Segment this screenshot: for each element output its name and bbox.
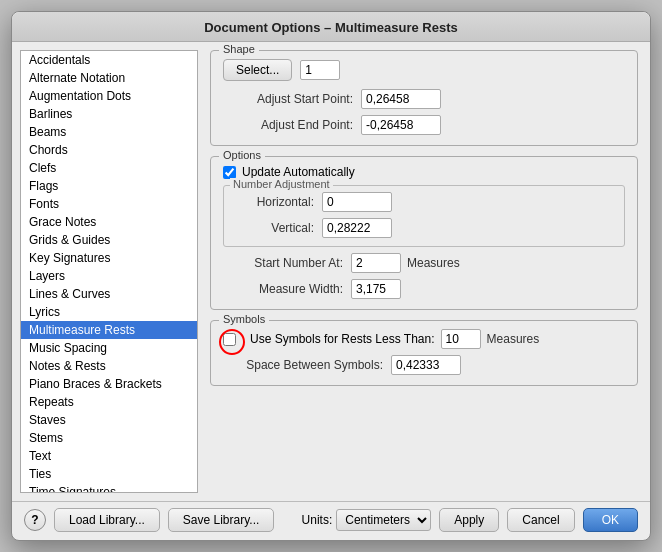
shape-top-row: Select...: [223, 59, 625, 81]
sidebar-item-alternate-notation[interactable]: Alternate Notation: [21, 69, 197, 87]
sidebar-item-time-signatures[interactable]: Time Signatures: [21, 483, 197, 493]
units-select[interactable]: Centimeters Inches Points EVPUs: [336, 509, 431, 531]
apply-button[interactable]: Apply: [439, 508, 499, 532]
symbol-checkbox-highlight: [223, 333, 242, 346]
horizontal-row: Horizontal:: [234, 192, 614, 212]
options-group-label: Options: [219, 149, 265, 161]
options-group: Options Update Automatically Number Adju…: [210, 156, 638, 310]
use-symbols-input[interactable]: [441, 329, 481, 349]
select-button[interactable]: Select...: [223, 59, 292, 81]
adjust-start-row: Adjust Start Point:: [223, 89, 625, 109]
cancel-button[interactable]: Cancel: [507, 508, 574, 532]
use-symbols-row: Use Symbols for Rests Less Than: Measure…: [223, 329, 625, 349]
sidebar-item-beams[interactable]: Beams: [21, 123, 197, 141]
measure-width-row: Measure Width:: [223, 279, 625, 299]
number-adj-label: Number Adjustment: [230, 178, 333, 190]
horizontal-label: Horizontal:: [234, 195, 314, 209]
sidebar-item-piano-braces---brackets[interactable]: Piano Braces & Brackets: [21, 375, 197, 393]
start-number-measures-label: Measures: [407, 256, 460, 270]
shape-value-input[interactable]: [300, 60, 340, 80]
units-label: Units:: [302, 513, 333, 527]
shape-group: Shape Select... Adjust Start Point: Adju…: [210, 50, 638, 146]
load-library-button[interactable]: Load Library...: [54, 508, 160, 532]
sidebar-item-staves[interactable]: Staves: [21, 411, 197, 429]
sidebar-item-music-spacing[interactable]: Music Spacing: [21, 339, 197, 357]
sidebar-item-grids---guides[interactable]: Grids & Guides: [21, 231, 197, 249]
start-number-row: Start Number At: Measures: [223, 253, 625, 273]
adjust-end-row: Adjust End Point:: [223, 115, 625, 135]
start-number-input[interactable]: [351, 253, 401, 273]
footer: ? Load Library... Save Library... Units:…: [12, 501, 650, 540]
sidebar-item-lyrics[interactable]: Lyrics: [21, 303, 197, 321]
sidebar-item-multimeasure-rests[interactable]: Multimeasure Rests: [21, 321, 197, 339]
number-adjustment-subgroup: Number Adjustment Horizontal: Vertical:: [223, 185, 625, 247]
symbols-group-label: Symbols: [219, 313, 269, 325]
content-area: AccidentalsAlternate NotationAugmentatio…: [12, 42, 650, 501]
sidebar-item-text[interactable]: Text: [21, 447, 197, 465]
start-number-label: Start Number At:: [223, 256, 343, 270]
sidebar: AccidentalsAlternate NotationAugmentatio…: [20, 50, 198, 493]
sidebar-item-flags[interactable]: Flags: [21, 177, 197, 195]
vertical-input[interactable]: [322, 218, 392, 238]
vertical-row: Vertical:: [234, 218, 614, 238]
measure-width-input[interactable]: [351, 279, 401, 299]
adjust-start-input[interactable]: [361, 89, 441, 109]
sidebar-item-accidentals[interactable]: Accidentals: [21, 51, 197, 69]
title-bar: Document Options – Multimeasure Rests: [12, 12, 650, 42]
sidebar-item-grace-notes[interactable]: Grace Notes: [21, 213, 197, 231]
vertical-label: Vertical:: [234, 221, 314, 235]
main-panel: Shape Select... Adjust Start Point: Adju…: [198, 42, 650, 501]
sidebar-item-ties[interactable]: Ties: [21, 465, 197, 483]
sidebar-item-barlines[interactable]: Barlines: [21, 105, 197, 123]
use-symbols-label: Use Symbols for Rests Less Than:: [250, 332, 435, 346]
horizontal-input[interactable]: [322, 192, 392, 212]
update-auto-row: Update Automatically: [223, 165, 625, 179]
ok-button[interactable]: OK: [583, 508, 638, 532]
dialog-title: Document Options – Multimeasure Rests: [204, 20, 458, 35]
use-symbols-measures-label: Measures: [487, 332, 540, 346]
shape-group-label: Shape: [219, 43, 259, 55]
sidebar-item-clefs[interactable]: Clefs: [21, 159, 197, 177]
save-library-button[interactable]: Save Library...: [168, 508, 274, 532]
update-auto-label: Update Automatically: [242, 165, 355, 179]
adjust-start-label: Adjust Start Point:: [223, 92, 353, 106]
help-button[interactable]: ?: [24, 509, 46, 531]
sidebar-item-notes---rests[interactable]: Notes & Rests: [21, 357, 197, 375]
sidebar-item-stems[interactable]: Stems: [21, 429, 197, 447]
space-between-row: Space Between Symbols:: [223, 355, 625, 375]
sidebar-item-repeats[interactable]: Repeats: [21, 393, 197, 411]
sidebar-item-lines---curves[interactable]: Lines & Curves: [21, 285, 197, 303]
sidebar-item-augmentation-dots[interactable]: Augmentation Dots: [21, 87, 197, 105]
sidebar-item-key-signatures[interactable]: Key Signatures: [21, 249, 197, 267]
units-wrapper: Units: Centimeters Inches Points EVPUs: [302, 509, 432, 531]
symbols-group: Symbols Use Symbols for Rests Less Than:…: [210, 320, 638, 386]
use-symbols-checkbox[interactable]: [223, 333, 236, 346]
space-between-input[interactable]: [391, 355, 461, 375]
measure-width-label: Measure Width:: [223, 282, 343, 296]
adjust-end-input[interactable]: [361, 115, 441, 135]
sidebar-item-fonts[interactable]: Fonts: [21, 195, 197, 213]
sidebar-item-chords[interactable]: Chords: [21, 141, 197, 159]
space-between-label: Space Between Symbols:: [223, 358, 383, 372]
update-auto-checkbox[interactable]: [223, 166, 236, 179]
adjust-end-label: Adjust End Point:: [223, 118, 353, 132]
sidebar-item-layers[interactable]: Layers: [21, 267, 197, 285]
dialog: Document Options – Multimeasure Rests Ac…: [11, 11, 651, 541]
